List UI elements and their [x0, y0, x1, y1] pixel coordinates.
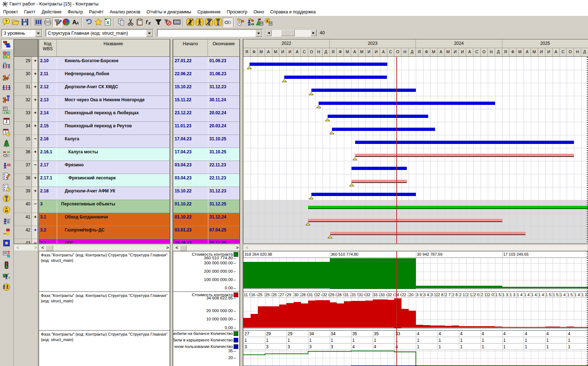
gantt-bar[interactable] [351, 180, 406, 183]
row-number-cell[interactable]: 29 [14, 57, 32, 70]
dates-scrollbar[interactable]: <> [173, 244, 240, 251]
excel-export-button[interactable]: X [103, 17, 112, 26]
table-row[interactable]: 3Перспективные объекты [39, 200, 170, 213]
dates-row[interactable]: 11.01.2320.03.24 [173, 122, 239, 135]
row-number-cell[interactable]: 32 [14, 96, 32, 109]
dates-row[interactable]: 01.10.2231.12.24 [173, 213, 239, 226]
expand-icon[interactable]: + [32, 149, 38, 154]
table-row[interactable]: 2.18Дюртюли-Ачит АФМ УК [39, 187, 170, 200]
formula-fx-button[interactable]: fx [144, 17, 153, 26]
fonts-button[interactable]: AA [71, 17, 80, 26]
row-expander-cell[interactable]: + [32, 213, 38, 226]
table-row[interactable]: 2.15Пешеходный переход в Реутов [39, 122, 170, 135]
calendar-1-button[interactable]: 1 [1, 116, 12, 126]
structure-select[interactable]: Структура Главная (код: struct_main) [46, 29, 154, 37]
gantt-bar[interactable] [308, 206, 588, 209]
copy-button[interactable] [117, 17, 126, 26]
filter-funnel-button[interactable] [154, 17, 163, 26]
expand-icon[interactable]: + [32, 110, 38, 115]
row-number-cell[interactable]: 35 [14, 135, 32, 148]
hide-materials-button[interactable] [204, 17, 213, 26]
level-select[interactable]: 3 уровень [1, 29, 43, 37]
dates-row[interactable]: 27.01.2201.09.23 [173, 57, 239, 70]
scroll-thumb[interactable] [281, 30, 295, 36]
dates-row[interactable]: 23.12.2220.02.24 [173, 109, 239, 122]
save-floppy-button[interactable] [20, 17, 29, 26]
person-equip-button[interactable] [1, 216, 12, 226]
dates-row[interactable]: 22.06.2231.08.23 [173, 70, 239, 83]
row-expander-cell[interactable]: + [32, 122, 38, 135]
table-row[interactable]: 2.12Дюртюли-Ачит СК ХМДС [39, 83, 170, 96]
checklist-edit-button[interactable] [1, 172, 12, 181]
dates-row[interactable]: 17.04.2331.10.25 [173, 148, 239, 161]
table-row[interactable]: 2.16.1Калуга мосты [39, 148, 170, 161]
film-strip-button[interactable] [172, 17, 181, 26]
menu-item-9[interactable]: Просмотр [223, 8, 250, 16]
scroll-left-arrow[interactable]: < [244, 245, 250, 251]
collapse-icon[interactable]: − [32, 136, 38, 141]
tools-button[interactable] [52, 17, 62, 27]
expand-icon[interactable]: + [32, 123, 38, 128]
expand-icon[interactable]: + [32, 214, 38, 220]
gantt-scrollbar[interactable]: < [243, 244, 588, 251]
show-resources-button[interactable] [195, 17, 204, 26]
expand-icon[interactable]: + [32, 188, 38, 193]
scroll-right-arrow[interactable]: > [233, 245, 239, 251]
dates-row[interactable]: 03.04.2322.11.23 [173, 161, 239, 174]
cost-chart-button[interactable] [255, 17, 264, 26]
column-header-start[interactable]: Начало [173, 39, 208, 56]
collapse-icon[interactable]: − [32, 162, 38, 167]
row-number-cell[interactable]: 38 [14, 174, 32, 187]
expand-icon[interactable]: + [32, 227, 38, 233]
people-circle-button[interactable] [1, 282, 12, 292]
scroll-thumb[interactable] [46, 245, 53, 251]
gantt-bar[interactable] [355, 154, 574, 157]
menu-item-5[interactable]: Расчёт [86, 8, 107, 16]
row-number-cell[interactable]: 31 [14, 83, 32, 96]
row-expander-cell[interactable]: + [32, 226, 38, 239]
table-view-button[interactable] [34, 17, 43, 26]
table-row[interactable]: 2.11Нефтепровод Лобня [39, 70, 170, 83]
materials-bolt-button[interactable] [1, 94, 12, 104]
gantt-bar[interactable] [332, 128, 435, 131]
links-chain-button[interactable] [223, 17, 233, 27]
gantt-bar[interactable] [311, 193, 416, 196]
dates-row[interactable]: 15.10.2231.12.23 [173, 83, 239, 96]
gantt-bar[interactable] [311, 89, 416, 92]
gantt-bar[interactable] [284, 76, 387, 79]
row-expander-cell[interactable]: + [32, 83, 38, 96]
scroll-left-button[interactable]: ◄ [266, 30, 272, 36]
column-header-wbs[interactable]: КодWBS [39, 39, 57, 56]
table-row[interactable]: 2.17.1Фрязинский лесопарк [39, 174, 170, 187]
row-number-cell[interactable]: 40 [14, 200, 32, 213]
bolt-circle-button[interactable] [1, 194, 12, 203]
resource-assign-button[interactable] [246, 17, 255, 26]
position-scrollbar[interactable]: ◄► [265, 29, 317, 37]
dates-row[interactable]: 15.10.2231.12.23 [173, 187, 239, 200]
print-button[interactable] [43, 17, 52, 26]
dates-row[interactable]: 01.10.2231.12.25 [173, 200, 239, 213]
blue-square-button[interactable] [1, 238, 12, 248]
table-row[interactable]: 3.1Обход Богдановичи [39, 213, 170, 226]
paste-button[interactable] [135, 17, 144, 26]
scroll-left-arrow[interactable]: < [40, 245, 46, 251]
menu-item-8[interactable]: Сравнение [194, 8, 223, 16]
row-expander-cell[interactable]: + [32, 96, 38, 109]
extra-select[interactable] [157, 29, 263, 37]
dates-row[interactable]: 03.01.2307.04.25 [173, 226, 239, 239]
expand-icon[interactable]: + [32, 58, 38, 63]
expand-icon[interactable]: + [32, 71, 38, 76]
expand-icon[interactable]: + [32, 97, 38, 102]
row-number-cell[interactable]: 36 [14, 148, 32, 161]
row-expander-cell[interactable]: + [32, 148, 38, 161]
open-folder-button[interactable] [11, 17, 20, 26]
expand-icon[interactable]: + [32, 84, 38, 89]
menu-item-3[interactable]: Действие [39, 8, 65, 16]
scroll-right-arrow[interactable]: > [163, 245, 169, 251]
row-number-cell[interactable]: 30 [14, 70, 32, 83]
scroll-thumb[interactable] [180, 245, 187, 251]
gantt-bar[interactable] [319, 102, 495, 105]
undo-button[interactable] [85, 17, 94, 26]
schedule-clock-button[interactable] [237, 17, 246, 26]
menu-item-7[interactable]: Отчёты и диаграммы [144, 8, 194, 16]
